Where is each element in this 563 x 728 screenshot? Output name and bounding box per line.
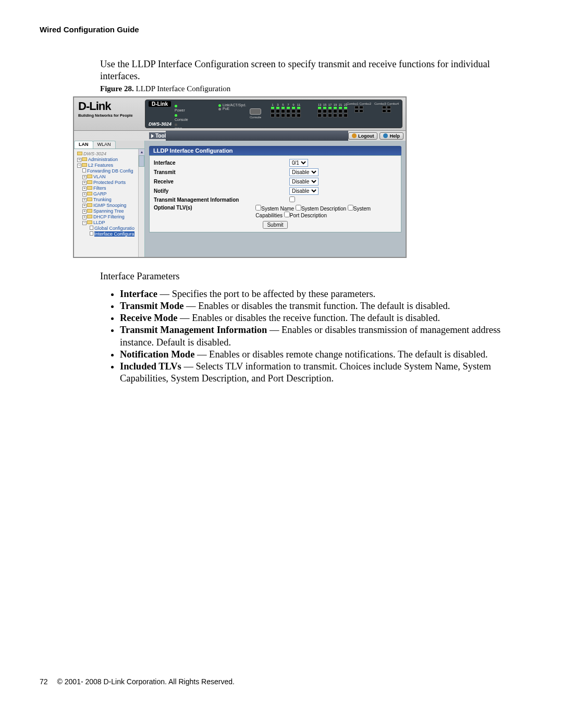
led-power: Power bbox=[175, 108, 188, 113]
tree-item-lldp-global[interactable]: Global Configuratio bbox=[75, 225, 143, 231]
tree-item-lldp[interactable]: −LLDP bbox=[75, 219, 143, 225]
folder-icon bbox=[87, 198, 92, 201]
bullet-receive-mode: Receive Mode — Enables or disables the r… bbox=[120, 312, 506, 324]
intro-paragraph: Use the LLDP Interface Configuration scr… bbox=[100, 58, 507, 82]
tree-item-garp[interactable]: +GARP bbox=[75, 191, 143, 196]
tree-item-forwarding-db[interactable]: Forwarding DB Config bbox=[75, 168, 143, 174]
status-leds: Power Console RPS bbox=[175, 103, 188, 131]
field-label-transmit: Transmit bbox=[154, 169, 289, 175]
nav-tree-panel: LAN WLAN DWS-3024 +Administration −L2 Fe… bbox=[74, 141, 145, 258]
device-icon bbox=[77, 152, 82, 155]
bullet-notification-mode: Notification Mode — Enables or disables … bbox=[120, 349, 506, 361]
port-group-2: 13 15 17 19 21 23 bbox=[317, 103, 348, 117]
bullet-transmit-mode: Transmit Mode — Enables or disables the … bbox=[120, 300, 506, 312]
chevron-right-icon bbox=[151, 134, 154, 138]
tlv-system-name-checkbox[interactable] bbox=[255, 205, 261, 211]
help-button[interactable]: Help bbox=[380, 132, 403, 140]
section-subhead: Interface Parameters bbox=[100, 271, 180, 282]
port-num: 7 bbox=[287, 103, 289, 106]
main-panel: LLDP Interface Configuration Interface 0… bbox=[145, 141, 406, 258]
combo-label-1: Combo1 Combo2 bbox=[347, 102, 371, 105]
doc-icon bbox=[90, 226, 93, 230]
port-num: 21 bbox=[339, 103, 342, 106]
bullet-included-tlvs: Included TLVs — Selects TLV information … bbox=[120, 361, 506, 385]
port-num: 11 bbox=[297, 103, 301, 106]
port-num: 9 bbox=[292, 103, 294, 106]
tree-item-filters[interactable]: +Filters bbox=[75, 185, 143, 191]
copyright: © 2001- 2008 D-Link Corporation. All Rig… bbox=[57, 677, 235, 686]
tree-item-lldp-interface[interactable]: Interface Configura bbox=[75, 231, 143, 237]
tree-item-l2-features[interactable]: −L2 Features bbox=[75, 162, 143, 168]
console-port-label: Console bbox=[250, 116, 261, 119]
interface-select[interactable]: 0/1 bbox=[289, 159, 308, 167]
scroll-up-icon[interactable]: ▴ bbox=[139, 149, 144, 155]
tlv-system-name[interactable]: System Name bbox=[255, 206, 294, 212]
tree-item-igmp-snooping[interactable]: +IGMP Snooping bbox=[75, 202, 143, 208]
panel-body: Interface 0/1 Transmit Disable Receive D… bbox=[149, 155, 401, 232]
tlv-port-description[interactable]: Port Description bbox=[284, 213, 327, 218]
tab-lan[interactable]: LAN bbox=[74, 141, 93, 149]
screenshot-window: D-Link Building Networks for People D-Li… bbox=[73, 96, 407, 258]
tab-wlan[interactable]: WLAN bbox=[93, 141, 116, 149]
brand-tagline: Building Networks for People bbox=[78, 113, 142, 118]
tree-item-spanning-tree[interactable]: +Spanning Tree bbox=[75, 208, 143, 214]
work-area: LAN WLAN DWS-3024 +Administration −L2 Fe… bbox=[74, 141, 406, 258]
port-group-1: 1 3 5 7 9 11 bbox=[271, 103, 301, 117]
tree-item-trunking[interactable]: +Trunking bbox=[75, 196, 143, 202]
folder-icon bbox=[82, 157, 87, 161]
folder-icon bbox=[87, 175, 92, 178]
figure-label: Figure 28. bbox=[100, 84, 134, 93]
tree-item-protected-ports[interactable]: +Protected Ports bbox=[75, 179, 143, 185]
device-panel: D-Link DWS-3024 Power Console RPS Link/A… bbox=[145, 100, 402, 128]
field-label-notify: Notify bbox=[154, 188, 289, 194]
tree-item-dhcp-filtering[interactable]: +DHCP Filtering bbox=[75, 214, 143, 219]
receive-select[interactable]: Disable bbox=[289, 178, 319, 186]
folder-icon bbox=[82, 163, 87, 167]
help-label: Help bbox=[389, 133, 400, 139]
submit-button[interactable] bbox=[263, 221, 287, 229]
tlv-system-capabilities-checkbox[interactable] bbox=[348, 205, 353, 211]
tree-item-administration[interactable]: +Administration bbox=[75, 156, 143, 162]
tree-item-vlan[interactable]: +VLAN bbox=[75, 174, 143, 179]
link-act-block: Link/ACT/Spd. PoE bbox=[218, 103, 246, 110]
combo-ports: Combo1 Combo2 Combo3 Combo4 bbox=[347, 102, 399, 113]
scroll-thumb[interactable] bbox=[139, 155, 144, 167]
port-num: 5 bbox=[282, 103, 284, 106]
combo-label-2: Combo3 Combo4 bbox=[374, 102, 399, 105]
tlv-system-description[interactable]: System Description bbox=[296, 206, 346, 212]
link-act-label: Link/ACT/Spd. bbox=[223, 103, 246, 107]
logout-button[interactable]: Logout bbox=[348, 132, 378, 140]
transmit-select[interactable]: Disable bbox=[289, 168, 319, 176]
port-num: 17 bbox=[328, 103, 332, 106]
logout-icon bbox=[352, 133, 357, 138]
parameter-bullets: Interface — Specifies the port to be aff… bbox=[120, 288, 506, 385]
folder-icon bbox=[87, 186, 92, 190]
tmi-checkbox[interactable] bbox=[289, 196, 295, 202]
folder-icon bbox=[87, 215, 92, 218]
notify-select[interactable]: Disable bbox=[289, 187, 319, 195]
brand-logo: D-Link bbox=[78, 100, 142, 113]
folder-icon bbox=[87, 192, 92, 195]
panel-title: LLDP Interface Configuration bbox=[149, 146, 401, 155]
poe-label: PoE bbox=[223, 107, 229, 110]
bullet-interface: Interface — Specifies the port to be aff… bbox=[120, 288, 506, 300]
port-num: 3 bbox=[277, 103, 278, 106]
led-console: Console bbox=[175, 117, 188, 122]
page-header: Wired Configuration Guide bbox=[40, 25, 139, 34]
field-label-receive: Receive bbox=[154, 179, 289, 184]
device-model: DWS-3024 bbox=[149, 121, 172, 127]
help-icon bbox=[383, 133, 388, 138]
folder-icon bbox=[87, 180, 92, 184]
figure-caption: Figure 28. LLDP Interface Configuration bbox=[100, 84, 230, 93]
page-number: 72 bbox=[40, 677, 48, 686]
brand-logo-block: D-Link Building Networks for People bbox=[74, 97, 145, 130]
nav-tree: DWS-3024 +Administration −L2 Features Fo… bbox=[74, 149, 144, 238]
tlv-port-description-checkbox[interactable] bbox=[284, 212, 290, 217]
tree-root[interactable]: DWS-3024 bbox=[75, 151, 143, 156]
tlv-system-description-checkbox[interactable] bbox=[296, 205, 301, 211]
port-num: 15 bbox=[323, 103, 327, 106]
led-rps: RPS bbox=[175, 127, 188, 131]
figure-title: LLDP Interface Configuration bbox=[134, 84, 231, 93]
folder-icon bbox=[87, 220, 92, 224]
tree-scrollbar[interactable]: ▴ bbox=[138, 149, 144, 258]
